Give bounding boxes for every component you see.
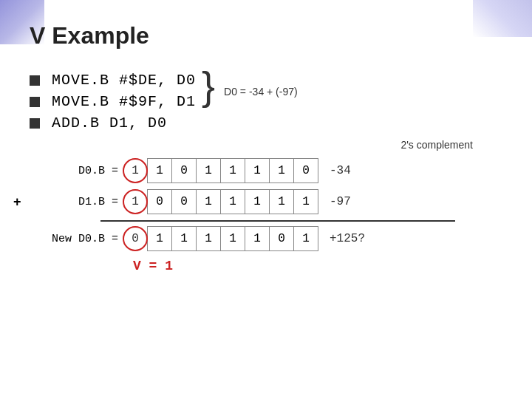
- bit-cell: 1: [220, 226, 245, 251]
- bit-cell: 1: [196, 158, 221, 183]
- bits-container: 11011110: [123, 158, 318, 183]
- bit-cell: 1: [245, 226, 270, 251]
- table-row: +D1.B =10011111-97: [30, 189, 517, 214]
- bullet-icon: [30, 118, 40, 129]
- bit-cell: 1: [123, 189, 148, 214]
- plus-sign: +: [13, 194, 21, 210]
- separator-line: [100, 220, 455, 222]
- bit-cell: 1: [293, 226, 318, 251]
- table-section: D0.B =11011110-34+D1.B =10011111-97New D…: [30, 158, 517, 273]
- bit-cell: 1: [196, 226, 221, 251]
- table-row: D0.B =11011110-34: [30, 158, 517, 183]
- bit-cell: 1: [171, 226, 197, 251]
- row-label: New D0.B =: [52, 233, 118, 245]
- d0-note: D0 = -34 + (-97): [224, 86, 298, 98]
- instruction-code-0: MOVE.B #$DE, D0: [52, 72, 196, 89]
- instruction-line-0: MOVE.B #$DE, D0: [30, 72, 196, 89]
- bullet-icon: [30, 97, 40, 107]
- bit-cell: 1: [220, 189, 245, 214]
- instruction-line-1: MOVE.B #$9F, D1: [30, 93, 196, 110]
- bits-container: 10011111: [123, 189, 318, 214]
- row-value: -34: [330, 164, 351, 177]
- bit-cell: 1: [147, 226, 172, 251]
- bullets-block: MOVE.B #$DE, D0MOVE.B #$9F, D1ADD.B D1, …: [30, 72, 196, 136]
- bit-cell: 0: [171, 158, 197, 183]
- row-value: -97: [330, 195, 351, 208]
- bit-cell: 1: [245, 189, 270, 214]
- table-row: New D0.B =01111101+125?: [30, 226, 517, 251]
- page-title: V Example: [30, 22, 517, 50]
- v-result: V = 1: [133, 259, 517, 273]
- bit-cell: 0: [123, 226, 148, 251]
- row-label: D1.B =: [52, 196, 118, 208]
- bit-cell: 1: [196, 189, 221, 214]
- instructions-section: MOVE.B #$DE, D0MOVE.B #$9F, D1ADD.B D1, …: [30, 72, 517, 136]
- bit-cell: 0: [293, 158, 318, 183]
- row-value: +125?: [330, 232, 365, 245]
- instruction-code-1: MOVE.B #$9F, D1: [52, 93, 196, 110]
- bit-cell: 0: [269, 226, 294, 251]
- right-brace: }: [202, 66, 215, 106]
- brace-block: } D0 = -34 + (-97): [202, 72, 298, 106]
- row-label: D0.B =: [52, 165, 118, 177]
- bit-cell: 0: [171, 189, 197, 214]
- bits-container: 01111101: [123, 226, 318, 251]
- bit-cell: 1: [269, 189, 294, 214]
- bit-cell: 1: [123, 158, 148, 183]
- instruction-code-2: ADD.B D1, D0: [52, 115, 167, 132]
- complement-note: 2's complement: [30, 139, 473, 151]
- bit-cell: 1: [147, 158, 172, 183]
- bit-cell: 1: [269, 158, 294, 183]
- bit-cell: 0: [147, 189, 172, 214]
- bullet-icon: [30, 75, 40, 86]
- main-content: V Example MOVE.B #$DE, D0MOVE.B #$9F, D1…: [30, 22, 517, 384]
- bit-cell: 1: [293, 189, 318, 214]
- bit-cell: 1: [245, 158, 270, 183]
- instruction-line-2: ADD.B D1, D0: [30, 115, 196, 132]
- bit-cell: 1: [220, 158, 245, 183]
